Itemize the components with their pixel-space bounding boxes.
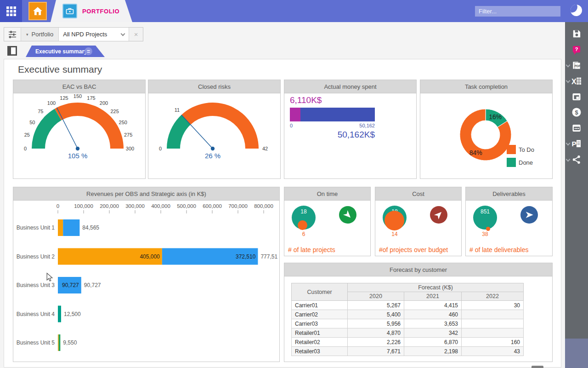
svg-text:12,500: 12,500 <box>64 311 81 317</box>
svg-text:26 %: 26 % <box>205 152 220 160</box>
card-actual-money-spent: Actual money spent 6,110K$050,16250,162K… <box>284 80 417 179</box>
card-revenues: Revenues per OBS and Strategic axis (in … <box>13 187 280 362</box>
filter-input[interactable] <box>475 6 560 17</box>
kpi-sub-circle <box>486 227 490 231</box>
svg-text:25: 25 <box>24 132 30 138</box>
svg-text:42: 42 <box>262 146 268 151</box>
panel-toggle-icon[interactable] <box>7 46 17 56</box>
forecast-value-cell: 30 <box>462 301 524 310</box>
table-row: Retailer014,870342 <box>292 328 524 338</box>
forecast-value-cell: 4,870 <box>348 328 404 338</box>
svg-text:400,000: 400,000 <box>151 203 170 209</box>
year-column-header: 2021 <box>404 292 462 301</box>
excel-export-icon: X <box>571 75 582 86</box>
save-icon <box>571 29 582 39</box>
chevron-down-icon[interactable] <box>566 141 571 146</box>
svg-text:225: 225 <box>110 109 119 114</box>
home-button[interactable] <box>28 2 47 20</box>
svg-text:600,000: 600,000 <box>203 203 222 209</box>
card-forecast-by-customer: Forecast by customer CustomerForecast (K… <box>284 263 553 362</box>
svg-text:Business Unit 3: Business Unit 3 <box>17 282 55 288</box>
card-title: EAC vs BAC <box>13 80 145 93</box>
forecast-group-header: Forecast (K$) <box>348 283 524 292</box>
calendar-button[interactable] <box>565 89 588 104</box>
portfolio-select-value: All NPD Projects <box>63 31 107 38</box>
sliders-icon <box>8 30 17 39</box>
svg-text:500,000: 500,000 <box>177 203 196 209</box>
money-spent-bullet-chart: 6,110K$050,16250,162K$ <box>284 93 416 178</box>
svg-text:0: 0 <box>159 146 162 151</box>
cost-icon: $ <box>571 107 582 118</box>
svg-text:90,727: 90,727 <box>84 282 101 288</box>
forecast-value-cell: 2,198 <box>404 347 462 356</box>
briefcase-icon <box>62 4 77 18</box>
card-title: Task completion <box>420 80 552 93</box>
page-title: Executive summary <box>18 64 102 75</box>
kpi-sub-circle <box>298 220 307 230</box>
portfolio-filter-group: ▾ Portfolio All NPD Projects × <box>4 27 143 41</box>
dashboard-content: Executive summary EAC vs BAC 02550751001… <box>4 59 561 368</box>
kpi-sub-value: 6 <box>293 231 315 237</box>
excel-export-button[interactable]: X <box>565 74 588 88</box>
forecast-value-cell: 6,870 <box>404 338 462 347</box>
chevron-down-icon[interactable] <box>566 63 571 68</box>
svg-text:Business Unit 2: Business Unit 2 <box>17 253 55 260</box>
cost-kpi: 1814#of projects over budget <box>375 201 461 256</box>
table-row: Carrier025,400460 <box>292 310 524 319</box>
forecast-value-cell <box>462 328 524 338</box>
svg-text:50: 50 <box>29 120 35 125</box>
help-icon: ? <box>571 45 582 55</box>
help-button[interactable]: ? <box>565 42 588 57</box>
svg-text:300,000: 300,000 <box>125 203 145 209</box>
customer-cell: Retailer02 <box>292 338 348 347</box>
svg-text:100,000: 100,000 <box>74 203 93 209</box>
cost-button[interactable]: $ <box>565 105 588 120</box>
portfolio-tab[interactable]: PORTFOLIO <box>51 0 132 22</box>
tab-menu-icon[interactable]: = <box>85 47 92 55</box>
svg-text:405,000: 405,000 <box>140 253 160 260</box>
customer-cell: Carrier03 <box>292 319 348 328</box>
app-launcher-button[interactable] <box>0 0 22 22</box>
forecast-value-cell <box>462 319 524 328</box>
share-button[interactable] <box>565 152 588 167</box>
forecast-value-cell: 43 <box>462 347 524 356</box>
right-toolbar: ? PDF X $ <box>565 22 588 339</box>
card-title: Revenues per OBS and Strategic axis (in … <box>13 187 279 201</box>
card-eac-vs-bac: EAC vs BAC 02550751001251501752002252502… <box>13 80 146 179</box>
filter-settings-button[interactable] <box>4 28 21 41</box>
pdf-export-icon: PDF <box>571 60 582 71</box>
forecast-table: CustomerForecast (K$)202020212022Carrier… <box>284 276 552 362</box>
customer-cell: Carrier02 <box>292 310 348 319</box>
svg-text:250: 250 <box>119 120 127 125</box>
bullet-bar <box>290 108 375 121</box>
clear-filter-button[interactable]: × <box>129 28 143 41</box>
pdf-export-button[interactable]: PDF <box>565 58 588 73</box>
trend-arrow-icon <box>430 206 447 224</box>
forecast-value-cell: 460 <box>404 310 462 319</box>
card-deliverables: Deliverables 85138# of late deliverables <box>465 187 553 256</box>
save-button[interactable] <box>565 26 588 41</box>
powerpoint-export-button[interactable]: P <box>565 136 588 151</box>
forecast-value-cell: 160 <box>462 338 524 347</box>
forecast-value-cell: 3,653 <box>404 319 462 328</box>
sidebar-footer <box>565 339 588 368</box>
chevron-down-icon[interactable] <box>566 157 571 162</box>
card-closed-risks: Closed risks 0114226 % <box>148 80 281 179</box>
svg-text:300: 300 <box>126 146 134 151</box>
table-row: Retailer037,6712,19843 <box>292 347 524 356</box>
view-tab-executive-summary[interactable]: Executive summary = <box>26 46 105 57</box>
task-completion-donut: 16%84%To DoDone <box>420 93 552 178</box>
portfolio-select[interactable]: All NPD Projects <box>59 28 129 41</box>
eac-vs-bac-gauge: 0255075100125150175200225250275300105 % <box>13 93 145 178</box>
bottom-handle[interactable] <box>531 366 543 368</box>
customer-cell: Carrier01 <box>292 301 348 310</box>
chevron-down-icon[interactable] <box>566 79 571 83</box>
schedule-button[interactable] <box>565 121 588 135</box>
bullet-fill <box>290 108 300 121</box>
forecast-value-cell: 342 <box>404 328 462 338</box>
svg-text:Business Unit 4: Business Unit 4 <box>17 311 55 317</box>
grid-icon <box>6 6 16 16</box>
chevron-down-icon <box>121 31 125 36</box>
dropdown-arrow-icon[interactable]: ▾ <box>26 32 28 37</box>
svg-text:175: 175 <box>87 95 95 101</box>
